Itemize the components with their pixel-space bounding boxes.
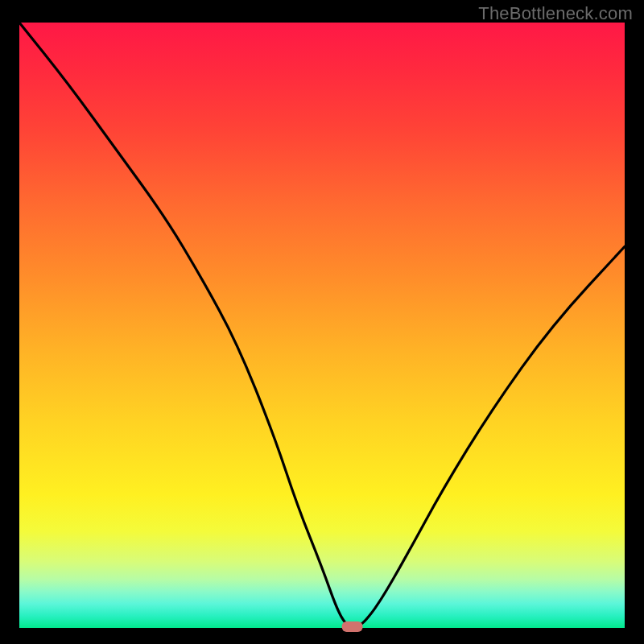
optimal-point-marker [342, 621, 363, 632]
chart-svg [19, 23, 625, 628]
bottleneck-curve [19, 23, 625, 627]
watermark-text: TheBottleneck.com [478, 3, 633, 24]
chart-plot-area [19, 23, 625, 628]
chart-frame: TheBottleneck.com [0, 0, 644, 644]
